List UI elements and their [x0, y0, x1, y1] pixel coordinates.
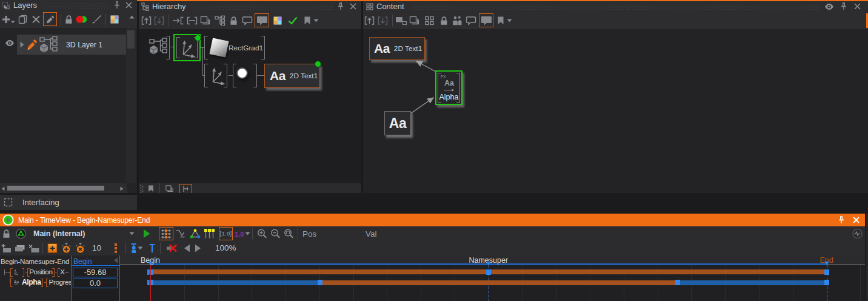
zoom-in-button[interactable]: [257, 229, 267, 239]
content-drag-texture[interactable]: [410, 4, 820, 10]
validate-button[interactable]: [288, 16, 298, 24]
arrange-grid-button[interactable]: [425, 16, 434, 25]
timeline-key[interactable]: [824, 280, 829, 285]
hierarchy-canvas[interactable]: RectGrad1 Aa 2D Text1: [139, 29, 361, 183]
share-button[interactable]: [452, 16, 462, 25]
timeline-key[interactable]: [824, 269, 829, 275]
show-comments-button-active[interactable]: [479, 13, 493, 27]
timeline-key[interactable]: [147, 269, 149, 275]
rectgrad-label[interactable]: RectGrad1: [229, 44, 263, 52]
layers-vertical-scrollbar[interactable]: [126, 28, 136, 183]
remove-timer-button[interactable]: [75, 243, 85, 254]
clip-button[interactable]: [15, 244, 25, 252]
prev-key-button[interactable]: [184, 244, 190, 252]
hierarchy-root-icon[interactable]: [149, 38, 167, 55]
value-box-alpha-progress[interactable]: 0.0: [73, 279, 118, 288]
content-canvas[interactable]: Aa 2D Text1 FX Aa Alpha Aa: [363, 29, 868, 193]
curve-editor-button[interactable]: [176, 229, 187, 238]
timeline-key[interactable]: [147, 280, 149, 285]
tree-view-button[interactable]: [215, 15, 225, 25]
timeline-playhead[interactable]: [150, 265, 151, 301]
hierarchy-node-2d-text[interactable]: Aa 2D Text1: [264, 64, 320, 88]
timeview-column-header[interactable]: Begin: [73, 257, 92, 266]
layers-pin-icon[interactable]: [114, 1, 120, 9]
timeline-bar-blue[interactable]: [148, 280, 320, 285]
clip-name[interactable]: Main (Internal): [33, 229, 85, 238]
timeview-close-icon[interactable]: [853, 217, 860, 223]
layers-drag-texture[interactable]: [42, 3, 109, 8]
move-up-button[interactable]: [141, 16, 152, 25]
statusbar-tbar-button-active[interactable]: [179, 184, 192, 194]
axis-icon[interactable]: [209, 66, 225, 85]
timeline-track-area[interactable]: [120, 265, 865, 301]
layer-expand-arrow-icon[interactable]: [20, 41, 24, 48]
timeline-key[interactable]: [486, 269, 491, 275]
move-down-button[interactable]: [378, 16, 388, 25]
statusbar-handle[interactable]: [140, 184, 144, 194]
performance-monitor-icon[interactable]: [852, 229, 863, 239]
clip-dropdown-icon[interactable]: [129, 232, 135, 235]
bookmark-button[interactable]: [497, 16, 504, 25]
move-down-button[interactable]: [154, 16, 164, 25]
speed-value[interactable]: 1.0: [235, 231, 244, 238]
hierarchy-drag-texture[interactable]: [192, 4, 333, 10]
move-up-button[interactable]: [364, 16, 375, 25]
timeline-bar-orange[interactable]: [320, 280, 678, 285]
timeview-titlebar[interactable]: Main - TimeView - Begin-Namesuper-End: [0, 214, 865, 226]
lock-timeline-button[interactable]: [2, 229, 11, 238]
track-row-alpha-progress[interactable]: Aa Alpha Progres: [0, 276, 71, 287]
speed-dropdown-icon[interactable]: [245, 232, 250, 235]
hierarchy-node-rectgrad[interactable]: [209, 38, 230, 58]
insert-key-button[interactable]: [130, 243, 137, 254]
lock-node-button[interactable]: [439, 16, 449, 25]
scroll-right-icon[interactable]: [120, 186, 124, 191]
add-node-button[interactable]: [395, 16, 407, 25]
zoom-percent[interactable]: 100%: [215, 243, 236, 252]
value-box-position-x[interactable]: -59.68: [73, 268, 118, 277]
bookmark-dropdown-icon[interactable]: [507, 19, 512, 22]
zoom-out-button[interactable]: [270, 229, 281, 239]
wrap-node-button[interactable]: [187, 16, 198, 25]
column-collapse-arrow-icon[interactable]: [113, 257, 118, 263]
content-node-2d-text[interactable]: Aa 2D Text1: [369, 37, 425, 60]
insert-node-button[interactable]: [172, 16, 184, 25]
group-nodes-button[interactable]: [200, 16, 210, 25]
add-keyframe-button[interactable]: [47, 243, 58, 254]
frame-count[interactable]: 10: [92, 243, 101, 252]
interfacing-panel-tab[interactable]: Interfacing: [0, 195, 137, 210]
statusbar-stack-icon[interactable]: [165, 185, 174, 193]
hierarchy-pin-icon[interactable]: [338, 2, 344, 10]
edit-layer-button-active[interactable]: [43, 12, 57, 26]
timeline-key[interactable]: [318, 280, 322, 285]
layers-hscroll-thumb[interactable]: [7, 186, 104, 191]
layers-vscroll-thumb[interactable]: [127, 30, 135, 49]
layer-visibility-eye-icon[interactable]: [5, 39, 15, 47]
layers-horizontal-scrollbar[interactable]: [0, 183, 127, 193]
motion-path-button[interactable]: [190, 229, 201, 238]
scene-state-icon[interactable]: [16, 229, 26, 239]
timeline-ruler[interactable]: BeginNamesuperEnd: [120, 255, 865, 265]
lock-layer-button[interactable]: [64, 15, 73, 24]
layer-state-button[interactable]: [76, 15, 88, 24]
group-nodes-button[interactable]: [409, 16, 419, 25]
lock-node-button[interactable]: [229, 16, 238, 25]
scroll-up-icon[interactable]: [129, 15, 135, 19]
scroll-left-icon[interactable]: [1, 186, 5, 191]
content-node-aa[interactable]: Aa: [384, 111, 411, 135]
layers-close-icon[interactable]: [125, 2, 132, 8]
add-layer-button[interactable]: [1, 15, 15, 24]
play-button[interactable]: [143, 229, 150, 238]
add-timer-button[interactable]: [61, 243, 72, 254]
add-clip-button[interactable]: [1, 243, 12, 253]
track-row-position-x[interactable]: Position X: [0, 265, 71, 276]
mute-button[interactable]: [166, 243, 178, 253]
bookmark-button[interactable]: [304, 16, 311, 25]
comment-button[interactable]: [242, 16, 253, 25]
dopesheet-button-active[interactable]: [159, 227, 173, 240]
statusbar-bookmark-icon[interactable]: [148, 185, 154, 192]
hierarchy-close-icon[interactable]: [350, 3, 356, 10]
content-node-alpha[interactable]: FX Aa Alpha: [435, 70, 462, 105]
next-key-button[interactable]: [195, 244, 201, 252]
show-comments-button-active[interactable]: [255, 13, 269, 27]
time-pin-button[interactable]: [149, 243, 156, 253]
